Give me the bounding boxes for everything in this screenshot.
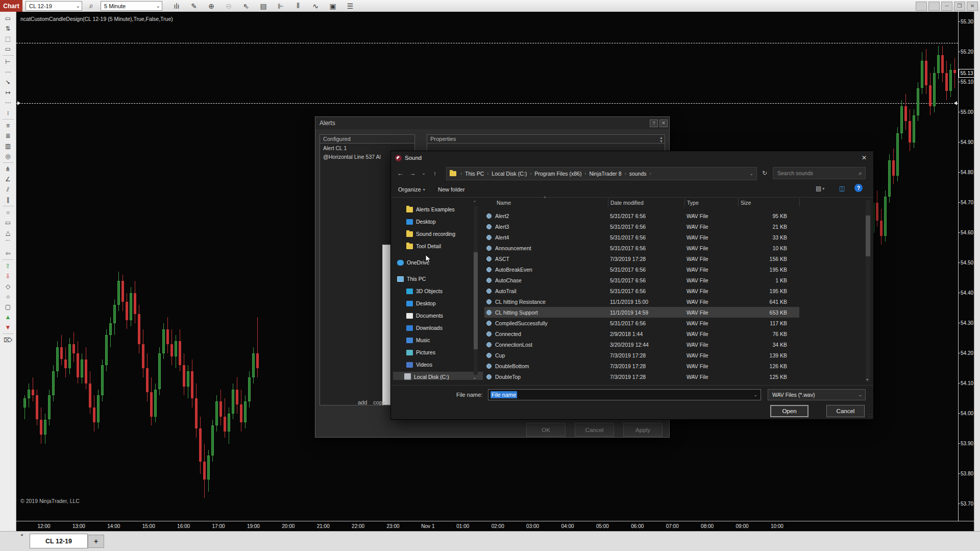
ok-button[interactable]: OK: [526, 423, 566, 437]
sidebar-item-music[interactable]: Music: [393, 335, 483, 345]
vertical-line-tool[interactable]: ↕: [3, 108, 14, 118]
file-type-selector[interactable]: WAV Files (*.wav) ⌄: [768, 389, 866, 400]
minimize-button[interactable]: ─: [941, 2, 952, 11]
restore-button[interactable]: ❐: [954, 2, 965, 11]
file-row-alert3[interactable]: Alert35/31/2017 6:56WAV File21 KB: [484, 221, 799, 232]
fibonacci-extension-tool[interactable]: ≣: [3, 131, 14, 141]
fibonacci-retracement-tool[interactable]: ≡: [3, 121, 14, 131]
file-row-autobreakeven[interactable]: AutoBreakEven5/31/2017 6:56WAV File195 K…: [484, 264, 799, 275]
spinner-icons[interactable]: ▲▼: [659, 136, 663, 143]
fibonacci-time-extension-tool[interactable]: ▥: [3, 141, 14, 151]
add-alert-link[interactable]: add: [358, 399, 367, 405]
column-divider[interactable]: [608, 198, 608, 206]
sidebar-item-desktop[interactable]: Desktop: [393, 217, 483, 227]
ruler-tool[interactable]: ▭: [3, 13, 14, 23]
drawing-tools-icon[interactable]: ✎: [188, 1, 200, 11]
chart-menu-button[interactable]: Chart: [0, 0, 22, 12]
breadcrumb-item[interactable]: Local Disk (C:): [491, 171, 528, 177]
horizontal-line-tool[interactable]: ⋯: [3, 67, 14, 77]
details-view-icon[interactable]: ◫: [839, 185, 845, 192]
file-row-doublebottom[interactable]: DoubleBottom7/3/2019 17:28WAV File126 KB: [484, 361, 799, 371]
nav-back-icon[interactable]: ←: [395, 167, 405, 179]
square-marker-tool[interactable]: ▢: [3, 302, 14, 312]
instrument-link-button[interactable]: [916, 2, 927, 11]
trend-channel-tool[interactable]: ⫽: [3, 184, 14, 195]
alerts-dialog-titlebar[interactable]: Alerts ? ✕: [315, 117, 669, 129]
file-row-autotrail[interactable]: AutoTrail5/31/2017 6:56WAV File195 KB: [484, 285, 799, 296]
regression-channel-tool[interactable]: ∥: [3, 195, 14, 205]
sidebar-item-this-pc[interactable]: This PC: [393, 274, 478, 284]
arrow-down-marker-tool[interactable]: ⇩: [3, 271, 14, 281]
add-tab-button[interactable]: +: [88, 535, 104, 548]
column-header-date-modified[interactable]: Date modified: [610, 200, 644, 206]
sidebar-item-desktop[interactable]: Desktop: [393, 298, 483, 308]
risk-reward-tool[interactable]: ⇅: [3, 23, 14, 34]
column-divider[interactable]: [684, 198, 685, 206]
fibonacci-circle-tool[interactable]: ◎: [3, 151, 14, 161]
column-divider[interactable]: [738, 198, 739, 206]
search-input[interactable]: Search sounds ⌕: [773, 167, 866, 179]
pitchfork-tool[interactable]: ⋔: [3, 164, 14, 174]
sidebar-item-videos[interactable]: Videos: [393, 360, 483, 370]
trend-line-tool[interactable]: ➘: [3, 77, 14, 87]
gann-fan-tool[interactable]: ∠: [3, 174, 14, 184]
tab-scroll-left-icon[interactable]: ◂: [20, 532, 23, 537]
column-header-size[interactable]: Size: [741, 200, 751, 206]
new-folder-button[interactable]: New folder: [438, 184, 465, 195]
view-options-icon[interactable]: ▤▾: [816, 185, 824, 192]
chevron-down-icon[interactable]: ⌄: [749, 171, 756, 176]
sidebar-item-documents[interactable]: Documents: [393, 310, 483, 321]
sidebar-item-pictures[interactable]: Pictures: [393, 347, 483, 357]
refresh-icon[interactable]: ↻: [760, 167, 770, 179]
rectangle-tool[interactable]: ▭: [3, 218, 14, 228]
breadcrumb-item[interactable]: sounds: [628, 171, 648, 177]
time-axis[interactable]: 12:0013:0014:0015:0016:0017:0019:0020:00…: [16, 521, 974, 532]
breadcrumb-item[interactable]: This PC: [464, 171, 485, 177]
chevron-down-icon[interactable]: ⌄: [753, 392, 761, 397]
breadcrumb-item[interactable]: Program Files (x86): [533, 171, 582, 177]
region-highlight-x-tool[interactable]: ▭: [3, 44, 14, 54]
tree-scroll-down-icon[interactable]: ⌄: [473, 375, 477, 380]
column-divider[interactable]: [799, 198, 800, 206]
open-button[interactable]: Open: [770, 405, 808, 417]
interval-link-button[interactable]: [928, 2, 940, 11]
file-row-alert4[interactable]: Alert45/31/2017 6:56WAV File33 KB: [484, 232, 799, 243]
ellipse-tool[interactable]: ○: [3, 207, 14, 218]
tree-scrollbar[interactable]: [474, 206, 478, 375]
nav-forward-icon[interactable]: →: [407, 167, 418, 179]
file-row-asct[interactable]: ASCT7/3/2019 17:28WAV File156 KB: [484, 253, 799, 264]
tab-cl-12-19[interactable]: CL 12-19: [30, 534, 88, 548]
cancel-button[interactable]: Cancel: [826, 405, 865, 417]
properties-icon[interactable]: ☰: [344, 1, 356, 11]
sidebar-item-downloads[interactable]: Downloads: [393, 323, 483, 333]
file-row-cl-hitting-resistance[interactable]: CL hitting Resistance11/1/2019 15:00WAV …: [484, 296, 799, 307]
order-entry-icon[interactable]: ⊩: [275, 1, 287, 11]
line-tool[interactable]: ⊢: [3, 57, 14, 67]
sort-ascending-icon[interactable]: ˄: [544, 195, 546, 200]
nav-up-icon[interactable]: ↑: [430, 167, 440, 179]
sidebar-item-3d-objects[interactable]: 3D Objects: [393, 286, 483, 296]
triangle-tool[interactable]: △: [3, 228, 14, 238]
file-row-announcement[interactable]: Announcement5/31/2017 6:56WAV File10 KB: [484, 243, 799, 253]
triangle-down-marker-tool[interactable]: ▼: [3, 322, 14, 332]
snapshot-icon[interactable]: ▣: [327, 1, 339, 11]
arc-tool[interactable]: ⌒: [3, 238, 14, 248]
horizontal-line-drawing[interactable]: [16, 103, 958, 104]
help-button[interactable]: ?: [650, 119, 658, 127]
tree-scroll-up-icon[interactable]: ⌃: [473, 200, 477, 205]
file-row-connected[interactable]: Connected2/9/2018 1:44WAV File76 KB: [484, 328, 799, 339]
arrow-line-tool[interactable]: ⇦: [3, 248, 14, 258]
indicators-icon[interactable]: ∿: [309, 1, 322, 11]
cursor-icon[interactable]: ⇖: [240, 1, 252, 11]
resize-grip[interactable]: ⸬: [869, 413, 872, 418]
horizontal-line-drawing[interactable]: [16, 43, 958, 43]
file-row-cup[interactable]: Cup7/3/2019 17:28WAV File139 KB: [484, 350, 799, 361]
arrow-up-marker-tool[interactable]: ⇧: [3, 261, 14, 271]
file-row-cl-hitting-support[interactable]: CL hitting Support11/1/2019 14:59WAV Fil…: [484, 307, 799, 318]
file-name-input[interactable]: File name ⌄: [488, 389, 761, 400]
file-list-scrollbar[interactable]: ▾: [866, 200, 870, 382]
sidebar-item-sound-recording[interactable]: Sound recording: [393, 229, 483, 239]
nav-recent-icon[interactable]: ⌄: [419, 167, 429, 179]
file-row-connectionlost[interactable]: ConnectionLost3/20/2019 12:44WAV File34 …: [484, 339, 799, 350]
close-button[interactable]: ✕: [967, 2, 978, 11]
